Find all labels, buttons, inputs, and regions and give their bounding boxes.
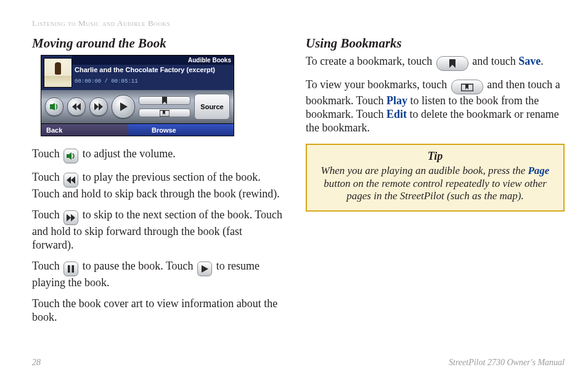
svg-marker-9 bbox=[71, 176, 75, 184]
kw-edit: Edit bbox=[386, 108, 407, 120]
svg-marker-2 bbox=[76, 103, 81, 110]
text: . bbox=[541, 55, 544, 67]
text: To view your bookmarks, touch bbox=[306, 78, 450, 91]
svg-marker-11 bbox=[71, 214, 75, 221]
device-header-bar: Audible Books bbox=[72, 56, 234, 65]
play-icon bbox=[197, 262, 212, 276]
svg-marker-10 bbox=[67, 214, 71, 221]
text: When you are playing an audible book, pr… bbox=[321, 165, 528, 176]
para-volume: Touch to adjust the volume. bbox=[32, 147, 285, 163]
text: to pause the book. Touch bbox=[83, 260, 196, 272]
para-view-bookmarks: To view your bookmarks, touch and then t… bbox=[306, 78, 565, 135]
cover-art[interactable] bbox=[44, 58, 72, 88]
volume-button[interactable] bbox=[45, 97, 63, 116]
manual-title: StreetPilot 2730 Owner's Manual bbox=[449, 358, 565, 368]
volume-icon bbox=[63, 149, 78, 163]
svg-marker-8 bbox=[67, 176, 71, 184]
kw-page: Page bbox=[528, 165, 549, 176]
svg-marker-3 bbox=[94, 103, 99, 110]
text: To create a bookmark, touch bbox=[306, 55, 435, 67]
para-cover-art: Touch the book cover art to view informa… bbox=[32, 297, 285, 324]
play-button[interactable] bbox=[112, 95, 135, 118]
svg-marker-5 bbox=[120, 102, 128, 111]
para-pause-play: Touch to pause the book. Touch to resume… bbox=[32, 260, 285, 290]
source-button[interactable]: Source bbox=[194, 94, 230, 120]
text: Touch bbox=[32, 208, 62, 221]
text: Touch bbox=[32, 171, 62, 183]
bookmark-list-button[interactable] bbox=[139, 109, 190, 117]
para-create-bookmark: To create a bookmark, touch and touch Sa… bbox=[306, 55, 565, 71]
kw-save: Save bbox=[518, 55, 541, 67]
prev-button[interactable] bbox=[67, 97, 86, 116]
svg-marker-0 bbox=[50, 103, 55, 110]
playback-time: 00:00:00 / 00:05:11 bbox=[75, 78, 231, 84]
page-number: 28 bbox=[32, 358, 41, 368]
svg-marker-14 bbox=[202, 265, 208, 273]
svg-marker-4 bbox=[99, 103, 103, 110]
text: Touch bbox=[32, 260, 62, 272]
book-title: Charlie and the Chocolate Factory (excer… bbox=[75, 66, 231, 73]
heading-moving-around: Moving around the Book bbox=[32, 36, 285, 51]
para-prev: Touch to play the previous section of th… bbox=[32, 171, 285, 201]
text: button on the remote control repeatedly … bbox=[324, 178, 547, 202]
browse-button[interactable]: Browse bbox=[128, 123, 234, 136]
svg-marker-7 bbox=[67, 152, 71, 160]
pause-icon bbox=[63, 262, 78, 276]
text: to adjust the volume. bbox=[83, 147, 176, 160]
svg-rect-12 bbox=[68, 265, 70, 273]
text: Touch bbox=[32, 147, 62, 160]
bookmark-list-icon bbox=[451, 80, 483, 94]
next-button[interactable] bbox=[89, 97, 108, 116]
running-head: Listening to Music and Audible Books bbox=[32, 19, 565, 28]
kw-play: Play bbox=[386, 94, 407, 107]
text: and touch bbox=[472, 55, 518, 67]
tip-title: Tip bbox=[317, 150, 553, 163]
rewind-icon bbox=[63, 173, 78, 188]
svg-marker-1 bbox=[72, 103, 76, 110]
heading-bookmarks: Using Bookmarks bbox=[306, 36, 565, 51]
fastforward-icon bbox=[63, 210, 78, 225]
tip-box: Tip When you are playing an audible book… bbox=[306, 144, 565, 212]
device-screenshot: Audible Books Charlie and the Chocolate … bbox=[41, 55, 234, 136]
bookmark-add-button[interactable] bbox=[139, 96, 190, 105]
svg-rect-13 bbox=[72, 265, 75, 273]
back-button[interactable]: Back bbox=[41, 123, 128, 136]
bookmark-add-icon bbox=[436, 56, 468, 71]
para-next: Touch to skip to the next section of the… bbox=[32, 208, 285, 252]
